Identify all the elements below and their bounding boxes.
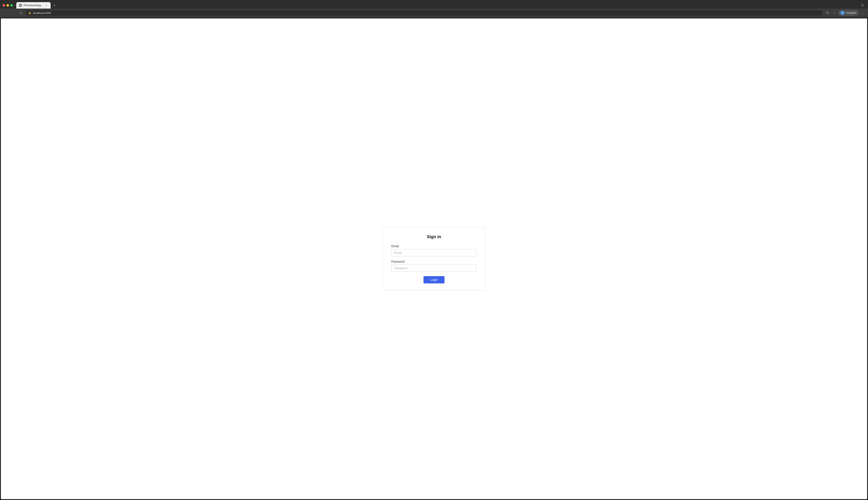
- new-tab-button[interactable]: +: [52, 2, 57, 9]
- back-button[interactable]: ←: [2, 10, 9, 16]
- password-field[interactable]: [391, 264, 477, 272]
- email-field[interactable]: [391, 249, 477, 257]
- login-card: Sign in Email Password Login: [382, 227, 486, 291]
- svg-point-0: [861, 4, 864, 7]
- minimize-window-button[interactable]: [7, 4, 9, 7]
- title-bar: P PhonebookApp × +: [0, 0, 868, 9]
- tab-title: PhonebookApp: [24, 4, 43, 7]
- email-label: Email: [391, 245, 477, 248]
- active-tab[interactable]: P PhonebookApp ×: [16, 2, 51, 9]
- forward-button[interactable]: →: [10, 10, 16, 16]
- reload-button[interactable]: ↻: [18, 10, 24, 16]
- key-icon[interactable]: ⚿: [824, 10, 831, 16]
- profile-button[interactable]: I Incognito: [838, 10, 859, 16]
- lock-icon: 🔒: [28, 12, 31, 14]
- login-button[interactable]: Login: [423, 276, 445, 283]
- toolbar-right: ⚿ ☆ I Incognito ⋮: [824, 10, 866, 16]
- maximize-window-button[interactable]: [10, 4, 13, 7]
- email-form-group: Email: [391, 245, 477, 257]
- extension-icon: [859, 2, 866, 8]
- profile-label: Incognito: [846, 11, 856, 14]
- avatar: I: [841, 11, 845, 15]
- password-label: Password: [391, 260, 477, 263]
- tab-close-button[interactable]: ×: [45, 4, 48, 7]
- address-bar-row: ← → ↻ 🔒 localhost:4200 ⚿ ☆ I Incognito ⋮: [0, 9, 868, 18]
- address-bar[interactable]: 🔒 localhost:4200: [26, 10, 823, 16]
- login-button-row: Login: [391, 276, 477, 283]
- page-title: Sign in: [391, 234, 477, 239]
- bookmark-icon[interactable]: ☆: [831, 10, 837, 16]
- tab-favicon: P: [19, 4, 22, 7]
- browser-chrome: P PhonebookApp × + ← → ↻ 🔒 localhost:420…: [0, 0, 868, 18]
- traffic-lights: [2, 4, 13, 7]
- browser-menu-button[interactable]: ⋮: [859, 10, 866, 16]
- password-form-group: Password: [391, 260, 477, 272]
- tab-bar: P PhonebookApp × +: [16, 2, 858, 9]
- close-window-button[interactable]: [2, 4, 5, 7]
- page-content: Sign in Email Password Login: [1, 19, 867, 499]
- url-text: localhost:4200: [33, 11, 820, 14]
